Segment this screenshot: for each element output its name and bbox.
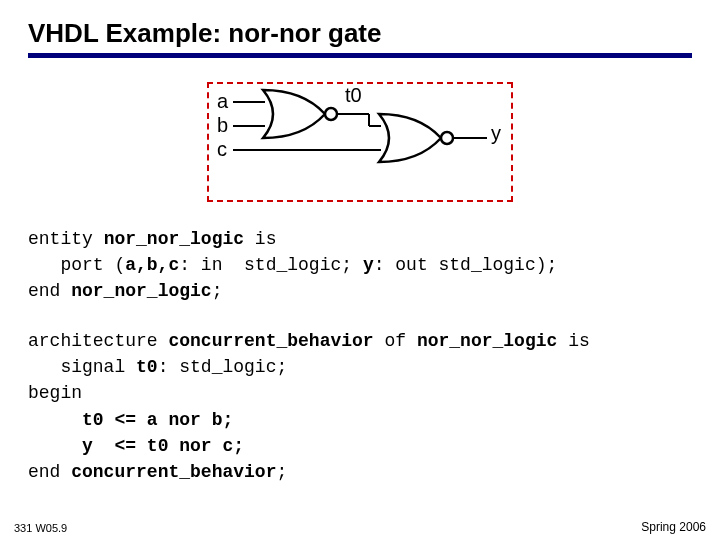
footer-right: Spring 2006 — [641, 520, 706, 534]
circuit-diagram: a b c t0 y — [207, 82, 513, 202]
title-rule — [28, 53, 692, 58]
footer-left: 331 W05.9 — [14, 522, 67, 534]
slide-title: VHDL Example: nor-nor gate — [28, 18, 692, 49]
entity-code: entity nor_nor_logic is port (a,b,c: in … — [28, 226, 692, 304]
architecture-code: architecture concurrent_behavior of nor_… — [28, 328, 692, 485]
gates-svg — [209, 84, 511, 200]
svg-point-2 — [325, 108, 337, 120]
svg-point-7 — [441, 132, 453, 144]
